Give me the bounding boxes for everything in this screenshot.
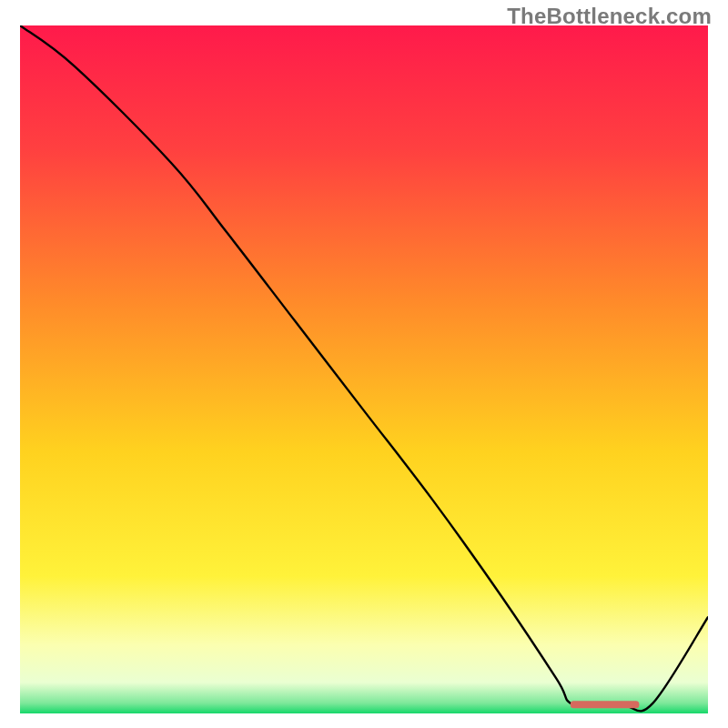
chart-svg [20,25,708,713]
chart-stage: TheBottleneck.com [0,0,728,728]
valley-marker [571,701,640,708]
chart-plot-area [20,25,708,713]
gradient-background [20,25,708,713]
